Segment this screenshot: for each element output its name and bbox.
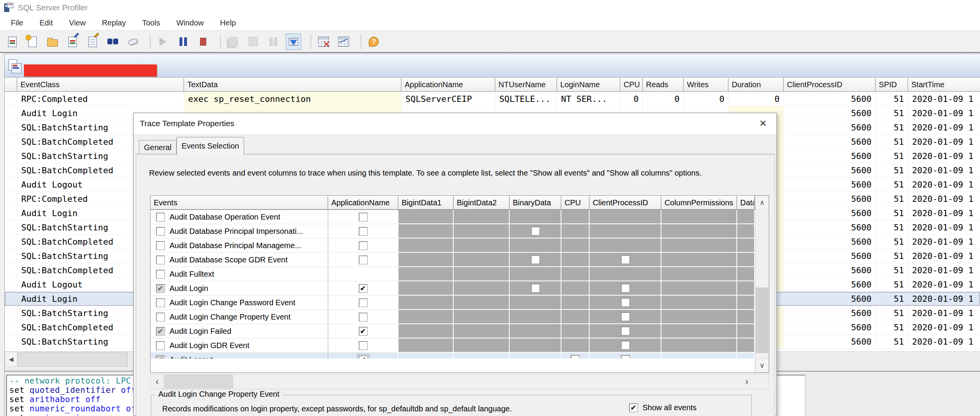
column-cell-bigintdata2[interactable] <box>454 238 510 253</box>
column-cell-cpu[interactable] <box>561 296 590 310</box>
scrollbar-thumb[interactable] <box>17 352 128 367</box>
column-checkbox[interactable] <box>621 255 630 264</box>
event-row-checkbox[interactable] <box>156 213 165 222</box>
column-header-NTUserName[interactable]: NTUserName <box>495 78 557 92</box>
column-checkbox[interactable] <box>571 355 580 359</box>
event-row-checkbox[interactable]: ✔ <box>156 355 165 359</box>
events-grid-vertical-scrollbar[interactable]: ∧ ∨ <box>755 196 769 372</box>
column-cell-bigintdata2[interactable] <box>454 224 510 238</box>
column-cell-clientprocessid[interactable] <box>590 324 661 338</box>
column-cell-clientprocessid[interactable] <box>590 281 661 296</box>
find-button[interactable] <box>105 34 120 50</box>
table-row[interactable]: RPC:Completedexec sp_reset_connectionSQL… <box>5 92 980 106</box>
column-header-LoginName[interactable]: LoginName <box>557 78 621 92</box>
column-cell-bigintdata1[interactable] <box>398 310 454 324</box>
events-grid-row[interactable]: Audit Database Principal Manageme... <box>151 238 769 253</box>
column-cell-binarydata[interactable] <box>510 253 561 267</box>
menu-item-replay[interactable]: Replay <box>97 17 131 29</box>
event-row-checkbox[interactable]: ✔ <box>156 327 165 336</box>
menu-item-help[interactable]: Help <box>215 17 241 29</box>
column-checkbox[interactable] <box>621 312 630 321</box>
applicationname-cell[interactable] <box>328 224 398 238</box>
event-name-cell[interactable]: Audit Database Scope GDR Event <box>151 253 328 267</box>
column-cell-bigintdata1[interactable] <box>398 267 454 281</box>
column-cell-databaseid[interactable] <box>737 353 755 359</box>
column-cell-columnpermissions[interactable] <box>661 296 737 310</box>
column-cell-bigintdata2[interactable] <box>454 281 510 296</box>
event-name-cell[interactable]: ✔Audit Login <box>151 281 328 296</box>
scrollbar-thumb[interactable] <box>164 375 233 389</box>
column-cell-columnpermissions[interactable] <box>661 338 737 353</box>
applicationname-cell[interactable] <box>328 338 398 353</box>
menu-item-tools[interactable]: Tools <box>137 17 166 29</box>
applicationname-checkbox[interactable]: ✔ <box>359 355 368 359</box>
column-checkbox[interactable] <box>531 227 540 235</box>
events-grid-horizontal-scrollbar[interactable]: ‹ › <box>150 374 769 389</box>
events-column-header-binarydata[interactable]: BinaryData <box>510 196 561 210</box>
column-cell-bigintdata1[interactable] <box>398 210 454 224</box>
column-checkbox[interactable] <box>621 284 630 293</box>
event-row-checkbox[interactable] <box>156 298 165 307</box>
applicationname-cell[interactable]: ✔ <box>328 324 398 338</box>
column-cell-bigintdata1[interactable] <box>398 253 454 267</box>
menu-item-edit[interactable]: Edit <box>34 17 58 29</box>
events-grid-row[interactable]: Audit Database Principal Impersonati... <box>151 224 769 238</box>
close-icon[interactable]: ✕ <box>756 117 770 130</box>
column-cell-binarydata[interactable] <box>510 296 561 310</box>
applicationname-cell[interactable]: ✔ <box>328 353 398 359</box>
scroll-up-icon[interactable]: ∧ <box>755 196 769 210</box>
column-header-EventClass[interactable]: EventClass <box>17 78 184 92</box>
event-name-cell[interactable]: ✔Audit Login Failed <box>151 324 328 338</box>
event-row-checkbox[interactable] <box>156 341 165 350</box>
column-cell-cpu[interactable] <box>561 310 590 324</box>
column-cell-bigintdata1[interactable] <box>398 296 454 310</box>
event-name-cell[interactable]: ✔Audit Logout <box>151 353 328 359</box>
scrollbar-thumb[interactable] <box>756 287 768 353</box>
events-grid-row[interactable]: ✔Audit Login✔ <box>151 281 769 296</box>
column-cell-bigintdata1[interactable] <box>398 353 454 359</box>
column-cell-binarydata[interactable] <box>510 224 561 238</box>
applicationname-cell[interactable] <box>328 210 398 224</box>
column-checkbox[interactable] <box>621 326 630 335</box>
events-column-header-bigintdata1[interactable]: BigintData1 <box>398 196 454 210</box>
help-button[interactable]: ? <box>366 34 381 50</box>
column-cell-bigintdata2[interactable] <box>454 210 510 224</box>
column-cell-columnpermissions[interactable] <box>661 238 737 253</box>
applicationname-checkbox[interactable] <box>359 213 368 222</box>
column-header-SPID[interactable]: SPID <box>876 78 908 92</box>
column-cell-clientprocessid[interactable] <box>590 224 661 238</box>
column-cell-columnpermissions[interactable] <box>661 253 737 267</box>
event-row-checkbox[interactable]: ✔ <box>156 284 165 293</box>
event-row-checkbox[interactable] <box>156 255 165 264</box>
events-grid-row[interactable]: Audit Login GDR Event <box>151 338 769 353</box>
column-cell-binarydata[interactable] <box>510 338 561 353</box>
events-grid-row[interactable]: Audit Login Change Property Event <box>151 310 769 324</box>
column-cell-databaseid[interactable] <box>737 267 755 281</box>
menu-item-view[interactable]: View <box>64 17 91 29</box>
column-cell-binarydata[interactable] <box>510 310 561 324</box>
column-header-StartTime[interactable]: StartTime <box>908 78 980 92</box>
applicationname-cell[interactable] <box>328 296 398 310</box>
applicationname-checkbox[interactable] <box>359 341 368 350</box>
show-all-events-checkbox[interactable]: ✔ <box>629 403 638 412</box>
column-cell-columnpermissions[interactable] <box>661 281 737 296</box>
events-grid-row[interactable]: Audit Database Scope GDR Event <box>151 253 769 267</box>
events-grid-row[interactable]: ✔Audit Logout✔ <box>151 353 769 359</box>
show-all-events-option[interactable]: ✔ Show all events <box>629 403 697 412</box>
column-cell-columnpermissions[interactable] <box>661 210 737 224</box>
column-cell-databaseid[interactable] <box>737 210 755 224</box>
applicationname-checkbox[interactable]: ✔ <box>359 327 368 336</box>
column-cell-databaseid[interactable] <box>737 281 755 296</box>
column-cell-bigintdata1[interactable] <box>398 281 454 296</box>
column-cell-databaseid[interactable] <box>737 296 755 310</box>
applicationname-checkbox[interactable]: ✔ <box>359 284 368 293</box>
open-trace-table-button[interactable] <box>65 34 80 50</box>
event-name-cell[interactable]: Audit Database Principal Manageme... <box>151 238 328 253</box>
column-cell-binarydata[interactable] <box>510 324 561 338</box>
column-cell-bigintdata1[interactable] <box>398 338 454 353</box>
column-cell-cpu[interactable] <box>561 224 590 238</box>
auto-scroll-button[interactable] <box>286 34 301 50</box>
column-cell-bigintdata2[interactable] <box>454 253 510 267</box>
column-header-Writes[interactable]: Writes <box>684 78 729 92</box>
column-cell-cpu[interactable] <box>561 324 590 338</box>
